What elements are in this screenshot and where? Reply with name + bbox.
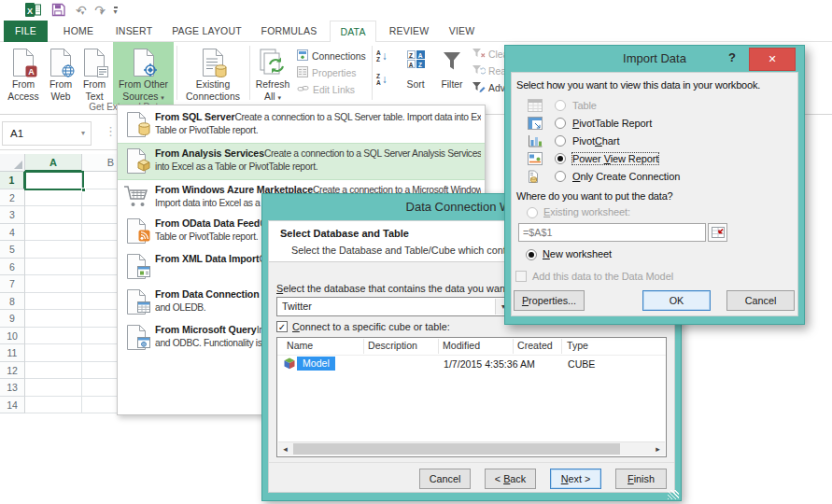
fill-handle[interactable] [81, 188, 86, 192]
help-icon[interactable]: ? [724, 50, 740, 67]
row-header[interactable]: 4 [0, 224, 25, 242]
column-divider[interactable] [513, 339, 514, 354]
horizontal-scrollbar[interactable]: ◂ ▸ [278, 441, 665, 455]
cell[interactable] [25, 397, 82, 414]
option-only-create-connection[interactable]: Only Create Connection [512, 170, 796, 187]
cell[interactable] [25, 206, 82, 224]
cancel-button[interactable]: Cancel [726, 290, 795, 311]
row-header[interactable]: 3 [0, 206, 25, 224]
column-header-name[interactable]: Name [287, 340, 313, 351]
row-header[interactable]: 12 [0, 362, 25, 380]
table-label: Table [572, 100, 597, 111]
undo-icon[interactable]: ↶▾ [76, 4, 84, 17]
from-text-button[interactable]: From Text [78, 44, 110, 104]
sort-descending-icon[interactable]: ZA↓ [376, 73, 388, 86]
tab-data[interactable]: DATA [330, 21, 376, 43]
option-pivotchart[interactable]: PivotChart [512, 134, 796, 151]
row-header[interactable]: 13 [0, 379, 25, 397]
range-input[interactable] [518, 223, 706, 242]
cube-checkbox-row[interactable]: ✓ Connect to a specific cube or table: [276, 321, 450, 332]
undo-caret-icon[interactable]: ▾ [81, 9, 85, 16]
only-create-connection-radio[interactable] [555, 171, 566, 182]
cell[interactable] [25, 328, 82, 345]
row-header[interactable]: 1 [0, 172, 25, 189]
sort-button[interactable]: ZAAZ Sort [398, 44, 433, 104]
name-box-caret-icon[interactable]: ▾ [81, 122, 85, 145]
row-header[interactable]: 2 [0, 189, 25, 207]
cell[interactable] [25, 379, 82, 397]
tab-file[interactable]: FILE [4, 21, 48, 42]
cell[interactable] [25, 310, 82, 328]
power-view-radio[interactable] [555, 153, 566, 164]
refresh-all-button[interactable]: Refresh All ▾ [252, 44, 293, 104]
connections-button[interactable]: Connections [297, 49, 366, 63]
tab-insert[interactable]: INSERT [108, 21, 160, 42]
save-icon[interactable] [51, 3, 65, 19]
menu-item-from-analysis-services[interactable]: From Analysis ServicesCreate a connectio… [118, 143, 485, 180]
from-web-button[interactable]: From Web [44, 44, 78, 104]
column-header-modified[interactable]: Modified [443, 340, 480, 351]
tab-view[interactable]: VIEW [441, 21, 483, 42]
row-header[interactable]: 7 [0, 275, 25, 293]
column-divider[interactable] [561, 339, 562, 354]
table-row-model[interactable]: Model [297, 357, 335, 371]
column-divider[interactable] [438, 339, 439, 354]
row-header[interactable]: 11 [0, 344, 25, 362]
from-other-sources-button[interactable]: From Other Sources ▾ [113, 42, 174, 105]
cell[interactable] [25, 224, 82, 242]
option-power-view-report[interactable]: Power View Report [512, 152, 796, 169]
cell[interactable] [25, 362, 82, 380]
existing-connections-button[interactable]: Existing Connections [179, 44, 247, 104]
cancel-button[interactable]: Cancel [419, 469, 471, 489]
cell[interactable] [25, 259, 82, 276]
cell[interactable] [25, 189, 82, 207]
range-selector-icon[interactable] [708, 223, 727, 242]
row-header[interactable]: 9 [0, 310, 25, 328]
redo-caret-icon[interactable]: ▾ [100, 9, 104, 16]
redo-icon[interactable]: ↷▾ [94, 4, 103, 17]
from-access-button[interactable]: A From Access [4, 44, 43, 104]
resize-grip[interactable] [668, 490, 679, 499]
scrollbar-thumb[interactable] [293, 443, 620, 455]
row-header[interactable]: 14 [0, 397, 25, 414]
menu-item-from-sql-server[interactable]: From SQL ServerCreate a connection to a … [118, 107, 485, 143]
database-combo[interactable]: Twitter ▾ [276, 297, 513, 316]
column-divider[interactable] [363, 339, 364, 354]
cell[interactable] [25, 275, 82, 293]
row-header[interactable]: 5 [0, 241, 25, 259]
finish-button[interactable]: Finish [615, 469, 667, 489]
option-pivottable-report[interactable]: PivotTable Report [512, 117, 796, 133]
cube-checkbox[interactable]: ✓ [276, 321, 288, 332]
tab-formulas[interactable]: FORMULAS [253, 21, 325, 42]
column-header-created[interactable]: Created [517, 340, 553, 351]
row-header[interactable]: 6 [0, 259, 25, 276]
tab-page-layout[interactable]: PAGE LAYOUT [165, 21, 248, 42]
properties-dialog-button[interactable]: Properties... [514, 290, 585, 311]
scroll-left-icon[interactable]: ◂ [278, 442, 292, 455]
ok-button[interactable]: OK [642, 290, 711, 311]
scroll-right-icon[interactable]: ▸ [651, 442, 665, 455]
cell[interactable] [25, 293, 82, 311]
formula-bar-splitter[interactable]: ⋮ [105, 124, 117, 138]
cube-table-list[interactable]: Name Description Modified Created Type M… [276, 337, 667, 457]
tab-review[interactable]: REVIEW [382, 21, 436, 42]
name-box[interactable]: A1 ▾ [2, 121, 92, 146]
pivottable-radio[interactable] [555, 118, 566, 129]
column-header-description[interactable]: Description [368, 340, 417, 351]
column-header-a[interactable]: A [25, 154, 82, 172]
customize-qat-icon[interactable]: ▾ [114, 7, 118, 15]
row-header[interactable]: 8 [0, 293, 25, 311]
new-worksheet-radio[interactable] [526, 249, 537, 260]
next-button[interactable]: Next > [550, 469, 601, 489]
filter-button[interactable]: Filter [435, 44, 469, 104]
sort-ascending-icon[interactable]: AZ↓ [376, 49, 388, 63]
cell[interactable] [25, 344, 82, 362]
tab-home[interactable]: HOME [54, 21, 103, 42]
column-header-type[interactable]: Type [567, 340, 588, 351]
cell[interactable] [25, 241, 82, 259]
select-all-corner[interactable] [0, 154, 25, 172]
reapply-filter-icon [472, 64, 486, 77]
back-button[interactable]: < Back [485, 469, 536, 489]
close-icon[interactable]: ✕ [749, 48, 796, 71]
pivotchart-radio[interactable] [555, 135, 566, 147]
